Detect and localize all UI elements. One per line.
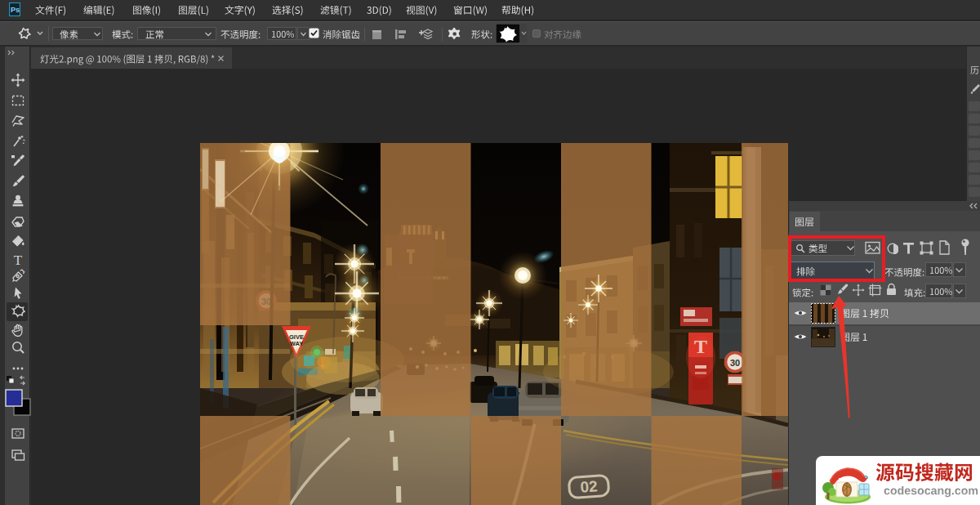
svg-text:30: 30 (730, 358, 740, 368)
svg-text:T: T (13, 252, 22, 267)
svg-text:Ps: Ps (11, 6, 20, 14)
svg-text:02: 02 (580, 477, 599, 495)
